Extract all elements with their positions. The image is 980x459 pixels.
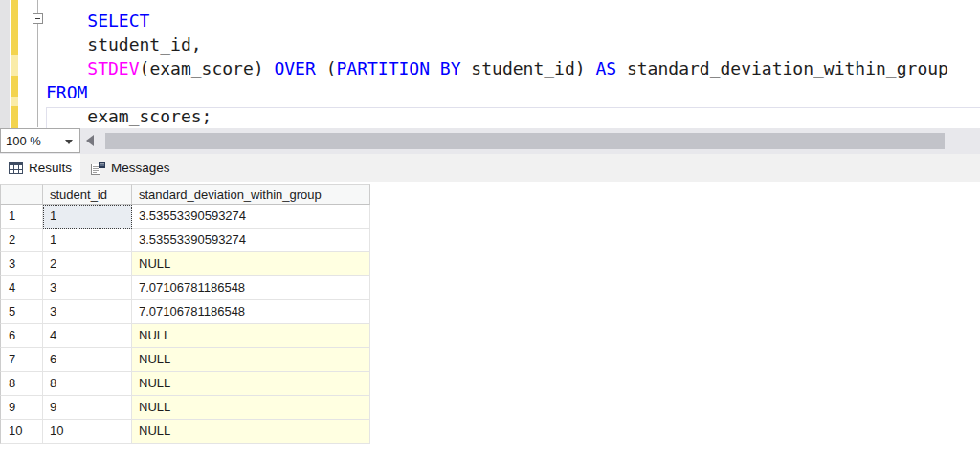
table-row: 537.07106781186548 [0, 300, 370, 324]
student-id-cell[interactable]: 6 [43, 348, 132, 372]
results-grid: student_id standard_deviation_within_gro… [0, 184, 370, 444]
messages-icon [91, 162, 105, 175]
standard-deviation-cell[interactable]: NULL [132, 396, 370, 420]
code-token: ( [316, 58, 337, 78]
code-token: AS [595, 58, 616, 78]
editor-bottom-bar: 100 % [0, 128, 980, 154]
code-token: OVER [274, 58, 315, 78]
student-id-cell[interactable]: 3 [43, 276, 132, 300]
code-token [46, 58, 87, 78]
code-token: PARTITION BY [336, 58, 460, 78]
results-grid-icon [9, 162, 23, 174]
student-id-cell[interactable]: 1 [43, 229, 132, 252]
code-line[interactable]: STDEV(exam_score) OVER (PARTITION BY stu… [46, 56, 948, 80]
code-token: SELECT [46, 11, 149, 31]
code-token: STDEV [87, 58, 139, 78]
student-id-cell[interactable]: 2 [43, 252, 132, 276]
code-token: student_id) [461, 58, 596, 78]
row-number-cell[interactable]: 4 [0, 276, 43, 300]
row-number-header[interactable] [0, 184, 43, 205]
scroll-left-arrow[interactable] [86, 135, 94, 146]
code-token: exam_scores; [46, 106, 212, 126]
results-pane-tabbar: Results Messages [0, 154, 980, 182]
standard-deviation-cell[interactable]: NULL [132, 420, 370, 444]
grid-body: 113.53553390593274213.5355339059327432NU… [0, 205, 370, 444]
tab-messages-label: Messages [111, 161, 170, 175]
row-number-cell[interactable]: 7 [0, 348, 43, 372]
student-id-cell[interactable]: 8 [43, 372, 132, 396]
horizontal-scrollbar-thumb[interactable] [105, 133, 945, 149]
table-row: 113.53553390593274 [0, 205, 370, 229]
row-number-cell[interactable]: 10 [0, 420, 43, 444]
table-row: 437.07106781186548 [0, 276, 370, 300]
standard-deviation-cell[interactable]: NULL [132, 252, 370, 276]
table-row: 99NULL [0, 396, 370, 420]
table-row: 76NULL [0, 348, 370, 372]
row-number-cell[interactable]: 2 [0, 229, 43, 252]
row-number-cell[interactable]: 1 [0, 205, 43, 229]
code-token: standard_deviation_within_group [616, 58, 948, 78]
standard-deviation-cell[interactable]: 7.07106781186548 [132, 276, 370, 300]
table-row: 32NULL [0, 252, 370, 276]
column-header-standard-deviation[interactable]: standard_deviation_within_group [132, 184, 370, 205]
code-line[interactable]: exam_scores; [46, 104, 948, 128]
zoom-level-value: 100 % [6, 134, 41, 148]
student-id-cell[interactable]: 4 [43, 324, 132, 348]
table-row: 213.53553390593274 [0, 229, 370, 252]
sql-editor[interactable]: SELECT student_id, STDEV(exam_score) OVE… [0, 0, 980, 129]
tab-messages[interactable]: Messages [82, 154, 179, 182]
code-line[interactable]: student_id, [46, 33, 948, 56]
code-line[interactable]: FROM [46, 80, 948, 104]
row-number-cell[interactable]: 5 [0, 300, 43, 324]
code-token: (exam_score) [140, 58, 275, 78]
student-id-cell[interactable]: 1 [43, 205, 132, 229]
standard-deviation-cell[interactable]: NULL [132, 324, 370, 348]
standard-deviation-cell[interactable]: 7.07106781186548 [132, 300, 370, 324]
minus-icon [35, 18, 40, 19]
standard-deviation-cell[interactable]: 3.53553390593274 [132, 229, 370, 252]
code-line[interactable]: SELECT [46, 9, 948, 33]
table-row: 1010NULL [0, 420, 370, 444]
chevron-down-icon [65, 140, 73, 144]
row-number-cell[interactable]: 3 [0, 252, 43, 276]
standard-deviation-cell[interactable]: NULL [132, 372, 370, 396]
student-id-cell[interactable]: 9 [43, 396, 132, 420]
collapse-region-button[interactable] [33, 13, 43, 24]
student-id-cell[interactable]: 10 [43, 420, 132, 444]
grid-header-row: student_id standard_deviation_within_gro… [0, 184, 370, 205]
row-number-cell[interactable]: 6 [0, 324, 43, 348]
code-lines[interactable]: SELECT student_id, STDEV(exam_score) OVE… [46, 9, 948, 128]
change-tracking-segment [11, 55, 18, 76]
code-token: student_id, [46, 34, 202, 55]
standard-deviation-cell[interactable]: NULL [132, 348, 370, 372]
column-header-student-id[interactable]: student_id [43, 184, 132, 205]
row-number-cell[interactable]: 9 [0, 396, 43, 420]
zoom-level-dropdown[interactable]: 100 % [0, 128, 80, 153]
tab-results-label: Results [29, 161, 72, 175]
tab-results[interactable]: Results [0, 154, 80, 182]
table-row: 88NULL [0, 372, 370, 396]
code-token: FROM [46, 82, 87, 102]
change-tracking-segment [11, 97, 18, 106]
editor-left-margin [0, 0, 10, 128]
table-row: 64NULL [0, 324, 370, 348]
student-id-cell[interactable]: 3 [43, 300, 132, 324]
change-tracking-bar [11, 0, 18, 128]
standard-deviation-cell[interactable]: 3.53553390593274 [132, 205, 370, 229]
row-number-cell[interactable]: 8 [0, 372, 43, 396]
